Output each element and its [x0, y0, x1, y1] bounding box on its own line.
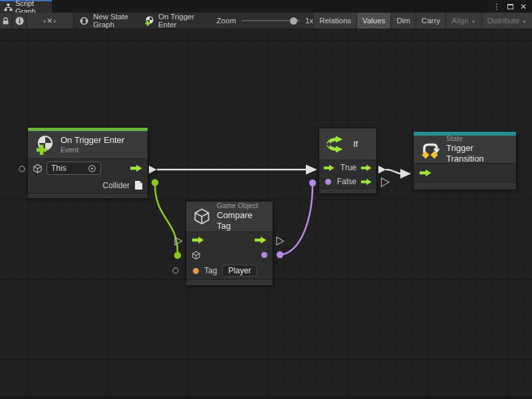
- node-footer: [186, 279, 273, 285]
- close-icon[interactable]: ✕: [520, 3, 527, 11]
- graph-toolbar: ‹✕› New State Graph On Trigger Enter Zoo…: [0, 13, 532, 29]
- port-row-trigger: [414, 164, 516, 182]
- node-trigger-transition[interactable]: State Trigger Transition: [414, 132, 516, 190]
- this-object-field[interactable]: This: [47, 162, 101, 175]
- new-state-graph-button[interactable]: New State Graph: [79, 13, 139, 29]
- code-icon: ‹✕›: [43, 17, 57, 25]
- port-row-false: False: [319, 175, 376, 188]
- node-if[interactable]: If True False: [319, 128, 376, 194]
- true-flow-output-port[interactable]: [360, 164, 372, 172]
- boolean-output-port[interactable]: [261, 252, 267, 258]
- node-title: Trigger Transition: [446, 143, 509, 165]
- document-icon[interactable]: [134, 180, 143, 190]
- node-on-trigger-enter[interactable]: On Trigger Enter Event This: [28, 128, 148, 198]
- node-subtitle: Event: [61, 146, 124, 154]
- node-title: On Trigger Enter: [61, 135, 124, 146]
- game-object-icon: [33, 164, 43, 174]
- maximize-icon[interactable]: [507, 4, 513, 9]
- zoom-slider[interactable]: [241, 20, 300, 21]
- edit-code-button[interactable]: ‹✕›: [27, 13, 74, 29]
- carry-button[interactable]: Carry: [416, 13, 446, 29]
- flow-input-port[interactable]: [419, 169, 432, 177]
- port-row-this: This: [28, 159, 148, 178]
- chevron-down-icon: ▼: [522, 19, 527, 24]
- node-footer: [319, 188, 376, 194]
- distribute-button[interactable]: Distribute ▼: [481, 13, 532, 29]
- event-icon: [144, 16, 154, 26]
- relations-button[interactable]: Relations: [313, 13, 356, 29]
- port-row-gameobject: [186, 248, 273, 262]
- breadcrumb-label: On Trigger Enter: [158, 13, 202, 29]
- breadcrumb[interactable]: On Trigger Enter: [144, 13, 202, 29]
- window-menu-icon[interactable]: ⋮: [493, 3, 501, 11]
- node-category: Game Object: [217, 201, 266, 210]
- node-title: If: [353, 139, 358, 149]
- dim-button[interactable]: Dim: [390, 13, 415, 29]
- flow-output-port[interactable]: [130, 164, 143, 172]
- flow-input-port[interactable]: [323, 164, 335, 172]
- zoom-control: Zoom 1x: [217, 13, 314, 29]
- zoom-label: Zoom: [217, 17, 236, 25]
- titlebar: Script Graph ⋮ ✕: [0, 0, 532, 13]
- port-row-true: True: [319, 160, 376, 175]
- game-object-port-icon[interactable]: [192, 251, 201, 260]
- hierarchy-graph-icon: [4, 3, 13, 11]
- game-object-icon: [193, 207, 211, 225]
- flow-output-port[interactable]: [254, 236, 267, 244]
- node-header: On Trigger Enter Event: [28, 131, 148, 159]
- object-picker-icon[interactable]: [88, 164, 96, 173]
- info-button[interactable]: [13, 13, 27, 29]
- port-row-flow: [186, 232, 273, 248]
- state-transition-icon: [420, 140, 440, 159]
- node-header: State Trigger Transition: [414, 136, 516, 164]
- string-input-port[interactable]: [193, 268, 199, 274]
- state-graph-icon: [79, 16, 89, 26]
- false-port-label: False: [337, 177, 356, 186]
- tag-value-field[interactable]: Player: [222, 265, 257, 277]
- lock-icon: [2, 17, 9, 25]
- collider-port-label: Collider: [102, 181, 130, 190]
- branch-icon: [326, 134, 347, 154]
- node-footer: [414, 182, 516, 190]
- zoom-value: 1x: [305, 17, 313, 25]
- tab-script-graph[interactable]: Script Graph: [0, 0, 52, 13]
- event-icon: [35, 135, 55, 155]
- node-header: If: [319, 128, 376, 160]
- port-row-tag: Tag Player: [186, 262, 273, 279]
- node-footer: [28, 193, 148, 198]
- graph-canvas[interactable]: On Trigger Enter Event This: [0, 29, 532, 399]
- view-toggles: Relations Values Dim Carry Align ▼ Distr…: [313, 13, 532, 29]
- chevron-down-icon: ▼: [471, 19, 476, 24]
- values-button[interactable]: Values: [356, 13, 390, 29]
- true-port-label: True: [340, 163, 356, 172]
- align-button[interactable]: Align ▼: [446, 13, 481, 29]
- node-category: State: [446, 134, 509, 143]
- node-compare-tag[interactable]: Game Object Compare Tag Tag: [186, 201, 273, 285]
- info-icon: [15, 17, 24, 25]
- flow-input-port[interactable]: [192, 236, 205, 244]
- zoom-slider-knob[interactable]: [290, 17, 297, 25]
- window-bottom-edge: [0, 396, 532, 399]
- port-row-collider: Collider: [28, 178, 148, 193]
- condition-input-port[interactable]: [325, 179, 331, 185]
- lock-button[interactable]: [0, 13, 13, 29]
- tag-port-label: Tag: [204, 266, 217, 275]
- node-title: Compare Tag: [217, 210, 266, 232]
- node-header: Game Object Compare Tag: [186, 201, 273, 232]
- new-state-graph-label: New State Graph: [93, 13, 139, 29]
- false-flow-output-port[interactable]: [360, 178, 372, 186]
